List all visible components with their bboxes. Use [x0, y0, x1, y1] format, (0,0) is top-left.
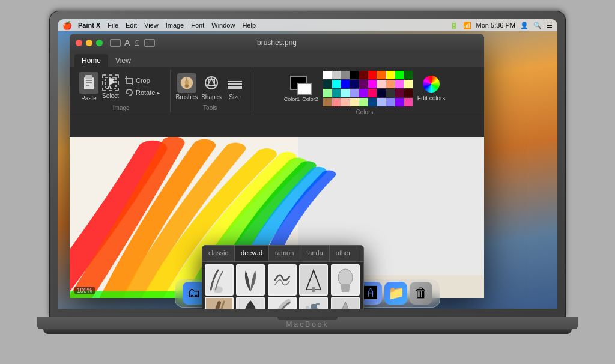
- menu-file[interactable]: File: [108, 22, 118, 29]
- ribbon-group-image-items: Paste: [79, 71, 163, 102]
- brush-popup-tabs: classic deevad ramon tanda other: [202, 246, 363, 262]
- color2-swatch[interactable]: [297, 83, 312, 95]
- color-swatch-cell[interactable]: [377, 89, 386, 97]
- color-swatch-cell[interactable]: [350, 71, 359, 79]
- menu-view[interactable]: View: [144, 22, 159, 29]
- menu-icon[interactable]: ☰: [547, 22, 553, 29]
- size-button[interactable]: Size: [225, 73, 244, 100]
- color-swatch-cell[interactable]: [368, 98, 377, 106]
- menu-image[interactable]: Image: [166, 22, 184, 29]
- menu-bar-items: Paint X File Edit View Image Font Window…: [78, 22, 256, 29]
- color-swatch-cell[interactable]: [368, 71, 377, 79]
- menu-bar: 🍎 Paint X File Edit View Image Font Wind…: [58, 19, 557, 31]
- shapes-button[interactable]: Shapes: [201, 73, 222, 100]
- svg-rect-11: [228, 81, 242, 82]
- color-swatch-cell[interactable]: [386, 80, 395, 88]
- brush-cell-4[interactable]: [299, 264, 328, 296]
- tab-view[interactable]: View: [108, 54, 138, 67]
- size-icon: [225, 73, 244, 93]
- color-swatch-cell[interactable]: [350, 89, 359, 97]
- color-swatch-cell[interactable]: [350, 98, 359, 106]
- color-swatch-cell[interactable]: [395, 89, 404, 97]
- color-swatch-cell[interactable]: [359, 98, 368, 106]
- color-swatch-cell[interactable]: [359, 80, 368, 88]
- select-button[interactable]: Select: [102, 74, 119, 99]
- color-swatch-cell[interactable]: [332, 71, 341, 79]
- color-swatch-cell[interactable]: [404, 80, 413, 88]
- close-button[interactable]: [76, 40, 82, 46]
- color-swatch-cell[interactable]: [341, 71, 350, 79]
- color-swatch-cell[interactable]: [386, 89, 395, 97]
- select-icon: [102, 74, 119, 91]
- apple-menu[interactable]: 🍎: [62, 21, 72, 30]
- search-icon[interactable]: 🔍: [533, 22, 542, 29]
- wifi-icon: 📶: [463, 22, 471, 29]
- color-swatch-cell[interactable]: [377, 71, 386, 79]
- brush-cell-1[interactable]: [205, 264, 234, 296]
- color-swatch-cell[interactable]: [404, 98, 413, 106]
- brush-cell-6[interactable]: [205, 297, 234, 309]
- brush-cell-10[interactable]: [331, 297, 360, 309]
- brush-cell-3[interactable]: [268, 264, 297, 296]
- dock-files[interactable]: 📁: [384, 282, 407, 305]
- dock-trash[interactable]: 🗑: [410, 282, 432, 305]
- color-swatch-cell[interactable]: [341, 80, 350, 88]
- brush-tab-deevad[interactable]: deevad: [235, 246, 269, 261]
- print-icon[interactable]: 🖨: [133, 38, 141, 47]
- maximize-button[interactable]: [96, 40, 103, 46]
- color-swatch-cell[interactable]: [323, 71, 332, 79]
- color-swatch-cell[interactable]: [323, 89, 332, 97]
- color-swatch-cell[interactable]: [386, 98, 395, 106]
- brush-cell-5[interactable]: [331, 264, 360, 296]
- brush-cell-2[interactable]: [236, 264, 265, 296]
- color-swatch-cell[interactable]: [341, 98, 350, 106]
- color-swatch-cell[interactable]: [350, 80, 359, 88]
- color-swatch-cell[interactable]: [395, 71, 404, 79]
- color-swatch-cell[interactable]: [332, 80, 341, 88]
- color-swatch-cell[interactable]: [323, 80, 332, 88]
- color-swatch-cell[interactable]: [395, 80, 404, 88]
- menu-font[interactable]: Font: [191, 22, 204, 29]
- color-swatch-cell[interactable]: [359, 71, 368, 79]
- font-icon[interactable]: A: [124, 38, 130, 47]
- color-swatch-cell[interactable]: [404, 89, 413, 97]
- paste-button[interactable]: Paste: [79, 72, 98, 102]
- brush-tab-tanda[interactable]: tanda: [300, 246, 330, 261]
- window-icon-1[interactable]: [110, 39, 121, 47]
- color-swatch-cell[interactable]: [395, 98, 404, 106]
- brushes-icon: [177, 73, 196, 93]
- color-swatch-cell[interactable]: [332, 89, 341, 97]
- color-swatch-cell[interactable]: [377, 98, 386, 106]
- svg-rect-24: [312, 287, 315, 292]
- minimize-button[interactable]: [86, 40, 92, 46]
- color-swatch-cell[interactable]: [404, 71, 413, 79]
- menu-help[interactable]: Help: [242, 22, 256, 29]
- color-swatch-cell[interactable]: [368, 89, 377, 97]
- color-swatch-cell[interactable]: [377, 80, 386, 88]
- svg-rect-13: [228, 86, 242, 89]
- brush-tab-classic[interactable]: classic: [202, 246, 235, 261]
- user-icon: 👤: [520, 22, 529, 29]
- rotate-button[interactable]: Rotate ▸: [123, 87, 163, 98]
- crop-button[interactable]: Crop: [123, 75, 163, 86]
- color-swatch-cell[interactable]: [341, 89, 350, 97]
- window-icon-2[interactable]: [144, 39, 155, 47]
- tab-home[interactable]: Home: [74, 54, 108, 67]
- color-swatch-cell[interactable]: [368, 80, 377, 88]
- brush-cell-7[interactable]: [236, 297, 265, 309]
- menu-window[interactable]: Window: [211, 22, 235, 29]
- menu-paint-x[interactable]: Paint X: [78, 22, 100, 29]
- laptop-base: MacBook: [37, 317, 578, 329]
- color-wheel[interactable]: [423, 76, 440, 93]
- color-swatch-cell[interactable]: [332, 98, 341, 106]
- color-swatch-cell[interactable]: [323, 98, 332, 106]
- brush-tab-other[interactable]: other: [330, 246, 357, 261]
- menu-edit[interactable]: Edit: [126, 22, 137, 29]
- brush-cell-8[interactable]: [268, 297, 297, 309]
- color-swatch-cell[interactable]: [386, 71, 395, 79]
- color-swatch-cell[interactable]: [359, 89, 368, 97]
- edit-colors-button[interactable]: Edit colors: [417, 95, 446, 102]
- brushes-button[interactable]: Brushes: [175, 73, 198, 100]
- brush-tab-ramon[interactable]: ramon: [269, 246, 300, 261]
- brush-cell-9[interactable]: [299, 297, 328, 309]
